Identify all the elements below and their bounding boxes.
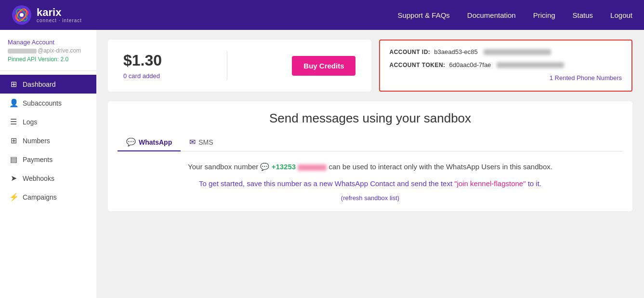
- pinned-api-version: Pinned API Version: 2.0: [8, 56, 89, 63]
- sandbox-msg2-suffix: to it.: [526, 179, 542, 188]
- nav-pricing[interactable]: Pricing: [533, 11, 555, 19]
- nav-status[interactable]: Status: [573, 11, 593, 19]
- divider: [227, 51, 227, 80]
- sidebar: Manage Account @apix-drive.com Pinned AP…: [0, 30, 96, 298]
- header: karix connect · interact Support & FAQs …: [0, 0, 644, 30]
- account-id-value: b3aead53-ec85: [434, 48, 477, 55]
- brand-name: karix: [37, 7, 82, 18]
- refresh-sandbox-link[interactable]: (refresh sandbox list): [118, 194, 623, 202]
- account-token-row: ACCOUNT TOKEN: 6d0aac0d-7fae: [390, 61, 622, 68]
- nav-links: Support & FAQs Documentation Pricing Sta…: [397, 11, 632, 19]
- sidebar-top: Manage Account @apix-drive.com Pinned AP…: [0, 38, 96, 71]
- email-blur: [8, 49, 37, 54]
- account-id-blur: [484, 49, 551, 55]
- balance-amount: $1.30: [123, 52, 162, 69]
- logo-area: karix connect · interact: [12, 5, 82, 25]
- manage-account-link[interactable]: Manage Account: [8, 39, 54, 46]
- sidebar-item-campaigns[interactable]: ⚡ Campaigns: [0, 188, 96, 206]
- sms-icon: ✉: [189, 137, 196, 147]
- nav-docs[interactable]: Documentation: [467, 11, 516, 19]
- main-content: $1.30 0 card added Buy Credits ACCOUNT I…: [96, 30, 644, 298]
- subaccounts-icon: 👤: [9, 98, 18, 108]
- sandbox-tabs: 💬 WhatsApp ✉ SMS: [118, 134, 623, 151]
- sandbox-phone-blur: [298, 164, 327, 171]
- sandbox-title: Send messages using your sandbox: [118, 111, 623, 126]
- sidebar-item-payments-label: Payments: [23, 156, 53, 163]
- account-info-card: ACCOUNT ID: b3aead53-ec85 ACCOUNT TOKEN:…: [379, 40, 633, 92]
- campaigns-icon: ⚡: [9, 192, 18, 202]
- sandbox-section: Send messages using your sandbox 💬 Whats…: [108, 101, 632, 211]
- sidebar-account-email: @apix-drive.com: [8, 47, 89, 54]
- sandbox-message-1: Your sandbox number 💬 +13253 can be used…: [118, 161, 623, 173]
- balance-left: $1.30 0 card added: [123, 52, 162, 80]
- account-token-blur: [497, 62, 564, 68]
- dashboard-icon: ⊞: [9, 80, 18, 89]
- nav-logout[interactable]: Logout: [610, 11, 632, 19]
- sidebar-item-dashboard-label: Dashboard: [23, 81, 56, 88]
- rented-phones-link[interactable]: 1 Rented Phone Numbers: [390, 74, 622, 81]
- webhooks-icon: ➤: [9, 174, 18, 183]
- sandbox-msg2-prefix: To get started, save this number as a ne…: [199, 179, 454, 188]
- whatsapp-icon: 💬: [126, 137, 136, 147]
- sandbox-msg1-prefix: Your sandbox number: [188, 163, 258, 171]
- nav-support[interactable]: Support & FAQs: [397, 11, 449, 19]
- brand-tagline: connect · interact: [37, 18, 82, 23]
- sandbox-msg1-suffix: can be used to interact only with the Wh…: [329, 163, 552, 171]
- whatsapp-inline-icon: 💬: [260, 163, 271, 171]
- sidebar-item-webhooks[interactable]: ➤ Webhooks: [0, 169, 96, 188]
- sidebar-item-subaccounts[interactable]: 👤 Subaccounts: [0, 94, 96, 112]
- account-token-value: 6d0aac0d-7fae: [449, 61, 491, 68]
- svg-point-4: [20, 13, 24, 17]
- account-token-label: ACCOUNT TOKEN:: [390, 62, 446, 68]
- account-id-label: ACCOUNT ID:: [390, 49, 431, 55]
- tab-sms[interactable]: ✉ SMS: [181, 134, 222, 151]
- numbers-icon: ⊞: [9, 136, 18, 145]
- tab-whatsapp[interactable]: 💬 WhatsApp: [118, 134, 181, 151]
- card-added-label: 0 card added: [123, 72, 160, 80]
- account-id-row: ACCOUNT ID: b3aead53-ec85: [390, 48, 622, 55]
- payments-icon: ▤: [9, 155, 18, 164]
- main-layout: Manage Account @apix-drive.com Pinned AP…: [0, 30, 644, 298]
- tab-whatsapp-label: WhatsApp: [139, 138, 172, 146]
- sidebar-item-campaigns-label: Campaigns: [23, 193, 57, 201]
- sidebar-item-numbers-label: Numbers: [23, 137, 50, 145]
- sandbox-join-text: "join kennel-flagstone": [454, 179, 526, 188]
- balance-card: $1.30 0 card added Buy Credits: [108, 40, 371, 92]
- buy-credits-button[interactable]: Buy Credits: [292, 56, 355, 76]
- sidebar-item-numbers[interactable]: ⊞ Numbers: [0, 131, 96, 150]
- sidebar-item-subaccounts-label: Subaccounts: [23, 99, 62, 107]
- sidebar-item-logs-label: Logs: [23, 118, 37, 126]
- sidebar-item-webhooks-label: Webhooks: [23, 175, 54, 182]
- top-row: $1.30 0 card added Buy Credits ACCOUNT I…: [108, 40, 632, 92]
- sidebar-item-logs[interactable]: ☰ Logs: [0, 112, 96, 131]
- sandbox-message-2: To get started, save this number as a ne…: [118, 179, 623, 188]
- tab-sms-label: SMS: [198, 138, 213, 146]
- sandbox-phone: +13253: [272, 163, 296, 171]
- logs-icon: ☰: [9, 117, 18, 126]
- sidebar-item-payments[interactable]: ▤ Payments: [0, 150, 96, 169]
- sidebar-item-dashboard[interactable]: ⊞ Dashboard: [0, 75, 96, 94]
- logo-icon: [12, 5, 32, 25]
